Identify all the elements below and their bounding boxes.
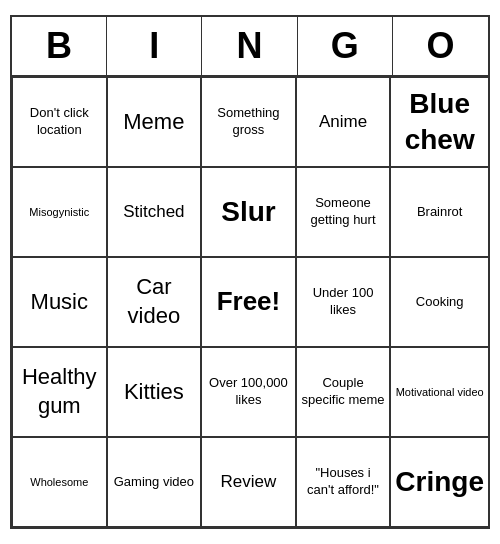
bingo-cell-6: Stitched <box>107 167 202 257</box>
cell-text-15: Healthy gum <box>17 363 102 420</box>
cell-text-3: Anime <box>319 111 367 133</box>
bingo-cell-8: Someone getting hurt <box>296 167 391 257</box>
bingo-cell-0: Don't click location <box>12 77 107 167</box>
bingo-cell-9: Brainrot <box>390 167 488 257</box>
cell-text-1: Meme <box>123 108 184 137</box>
bingo-grid: Don't click locationMemeSomething grossA… <box>12 77 488 527</box>
bingo-header: BINGO <box>12 17 488 77</box>
bingo-cell-14: Cooking <box>390 257 488 347</box>
header-letter-o: O <box>393 17 488 75</box>
cell-text-22: Review <box>221 471 277 493</box>
cell-text-11: Car video <box>112 273 197 330</box>
header-letter-n: N <box>202 17 297 75</box>
cell-text-7: Slur <box>221 194 275 230</box>
cell-text-8: Someone getting hurt <box>301 195 386 229</box>
bingo-cell-24: Cringe <box>390 437 488 527</box>
bingo-cell-10: Music <box>12 257 107 347</box>
cell-text-9: Brainrot <box>417 204 463 221</box>
cell-text-19: Motivational video <box>396 385 484 399</box>
bingo-cell-1: Meme <box>107 77 202 167</box>
bingo-cell-3: Anime <box>296 77 391 167</box>
bingo-cell-20: Wholesome <box>12 437 107 527</box>
cell-text-4: Blue chew <box>395 86 484 159</box>
cell-text-23: "Houses i can't afford!" <box>301 465 386 499</box>
cell-text-20: Wholesome <box>30 475 88 489</box>
bingo-cell-17: Over 100,000 likes <box>201 347 296 437</box>
cell-text-16: Kitties <box>124 378 184 407</box>
bingo-cell-13: Under 100 likes <box>296 257 391 347</box>
bingo-cell-19: Motivational video <box>390 347 488 437</box>
cell-text-14: Cooking <box>416 294 464 311</box>
bingo-cell-21: Gaming video <box>107 437 202 527</box>
bingo-cell-11: Car video <box>107 257 202 347</box>
bingo-cell-5: Misogynistic <box>12 167 107 257</box>
cell-text-0: Don't click location <box>17 105 102 139</box>
bingo-cell-7: Slur <box>201 167 296 257</box>
bingo-cell-23: "Houses i can't afford!" <box>296 437 391 527</box>
bingo-cell-15: Healthy gum <box>12 347 107 437</box>
cell-text-24: Cringe <box>395 464 484 500</box>
cell-text-12: Free! <box>217 285 281 319</box>
cell-text-5: Misogynistic <box>29 205 89 219</box>
header-letter-g: G <box>298 17 393 75</box>
bingo-card: BINGO Don't click locationMemeSomething … <box>10 15 490 529</box>
cell-text-10: Music <box>31 288 88 317</box>
header-letter-b: B <box>12 17 107 75</box>
header-letter-i: I <box>107 17 202 75</box>
bingo-cell-12: Free! <box>201 257 296 347</box>
bingo-cell-2: Something gross <box>201 77 296 167</box>
cell-text-18: Couple specific meme <box>301 375 386 409</box>
cell-text-2: Something gross <box>206 105 291 139</box>
bingo-cell-16: Kitties <box>107 347 202 437</box>
bingo-cell-22: Review <box>201 437 296 527</box>
cell-text-21: Gaming video <box>114 474 194 491</box>
cell-text-13: Under 100 likes <box>301 285 386 319</box>
cell-text-17: Over 100,000 likes <box>206 375 291 409</box>
cell-text-6: Stitched <box>123 201 184 223</box>
bingo-cell-4: Blue chew <box>390 77 488 167</box>
bingo-cell-18: Couple specific meme <box>296 347 391 437</box>
